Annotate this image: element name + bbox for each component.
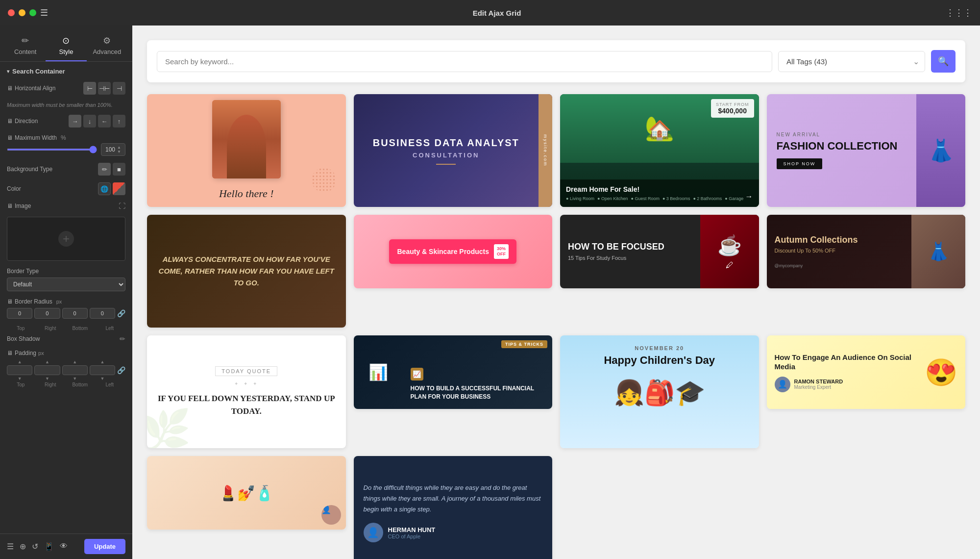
- direction-left-button[interactable]: ←: [98, 115, 111, 127]
- chevron-down-icon: ▾: [7, 69, 9, 74]
- feat-3: ● Guest Room: [631, 196, 659, 201]
- childrens-date: NOVEMBER 20: [570, 345, 749, 351]
- color-controls: 🌐: [98, 182, 125, 195]
- card-autumn-collections[interactable]: Autumn Collections Discount Up To 50% OF…: [767, 215, 966, 288]
- engage-title: How To Engage An Audience On Social Medi…: [775, 353, 919, 372]
- layers-icon[interactable]: ☰: [7, 542, 14, 551]
- direction-down-button[interactable]: ↓: [83, 115, 96, 127]
- card-how-focused[interactable]: HOW TO BE FOCUSED 15 Tips For Study Focu…: [560, 215, 759, 288]
- card-quote2[interactable]: Do the difficult things while they are e…: [354, 456, 553, 559]
- beauty-label-badge: Beauty & Skincare Products 30% OFF: [389, 239, 516, 264]
- card-engage-audience[interactable]: How To Engage An Audience On Social Medi…: [767, 335, 966, 409]
- eye-icon[interactable]: 👁: [60, 542, 68, 551]
- tab-advanced[interactable]: ⚙ Advanced: [87, 30, 127, 61]
- border-radius-right-input[interactable]: [34, 308, 60, 319]
- padding-top-down[interactable]: ▼: [18, 376, 22, 381]
- tag-select[interactable]: All Tags (43): [778, 51, 925, 72]
- padding-link-icon[interactable]: 🔗: [117, 366, 125, 374]
- box-shadow-row: Box Shadow ✏: [7, 335, 125, 343]
- card-dream-home[interactable]: 🏡 START FROM $400,000 Dream Home For Sal…: [560, 94, 759, 207]
- focused-title: HOW TO BE FOCUSED: [568, 242, 692, 252]
- border-type-select[interactable]: Default Solid Double Dotted Dashed Groov…: [7, 278, 125, 291]
- max-width-slider[interactable]: [7, 149, 97, 151]
- card-fashion-collection[interactable]: NEW ARRIVAL FASHION COLLECTION SHOP NOW …: [767, 94, 966, 207]
- corner-icon[interactable]: ⛶: [119, 202, 125, 210]
- bg-fill-button[interactable]: ■: [113, 163, 125, 176]
- childrens-emoji: 👧🎒🎓: [570, 379, 749, 407]
- padding-left-input[interactable]: [90, 365, 115, 375]
- image-upload-area[interactable]: +: [7, 217, 125, 261]
- max-width-input[interactable]: [103, 146, 117, 153]
- box-shadow-edit-icon[interactable]: ✏: [120, 335, 125, 343]
- padding-top-input[interactable]: [7, 365, 32, 375]
- hello-photo: [212, 100, 281, 178]
- engage-emoji: 😍: [925, 357, 957, 388]
- align-center-button[interactable]: ⊣⊢: [98, 82, 111, 95]
- focused-content: HOW TO BE FOCUSED 15 Tips For Study Focu…: [560, 215, 700, 288]
- card-motivate[interactable]: ALWAYS CONCENTRATE ON HOW FAR YOU'VE COM…: [147, 215, 346, 328]
- close-button[interactable]: [8, 9, 15, 16]
- quote2-author-role: CEO of Apple: [388, 534, 436, 539]
- search-button[interactable]: 🔍: [931, 50, 956, 73]
- padding-bottom-up[interactable]: ▲: [73, 359, 77, 364]
- grid-menu-icon[interactable]: ⋮⋮⋮: [946, 7, 972, 18]
- max-width-value: ▲ ▼: [101, 143, 125, 156]
- color-globe-button[interactable]: 🌐: [98, 182, 111, 195]
- color-clear-button[interactable]: [113, 182, 125, 195]
- padding-bottom-input[interactable]: [62, 365, 88, 375]
- card-makeup[interactable]: 💄💅🧴 👤: [147, 456, 346, 530]
- quote-text: IF YOU FELL DOWN YESTERDAY, STAND UP TOD…: [157, 392, 336, 417]
- arrow-right-icon: →: [745, 192, 753, 201]
- traffic-lights: [8, 9, 36, 16]
- border-radius-left-input[interactable]: [90, 308, 115, 319]
- card-business-analyst[interactable]: BUSINESS DATA ANALYST CONSULTATION mysit…: [354, 94, 553, 207]
- padding-right-input[interactable]: [34, 365, 60, 375]
- quote2-author: 👤 HERMAN HUNT CEO of Apple: [364, 523, 543, 542]
- border-type-label: Border Type: [7, 268, 125, 275]
- quote2-text: Do the difficult things while they are e…: [364, 483, 543, 515]
- minimize-button[interactable]: [19, 9, 25, 16]
- advanced-icon: ⚙: [103, 35, 111, 46]
- device-icon[interactable]: 📱: [44, 542, 54, 551]
- padding-bottom-down[interactable]: ▼: [73, 376, 77, 381]
- value-up-arrow[interactable]: ▲: [117, 145, 121, 150]
- value-down-arrow[interactable]: ▼: [117, 150, 121, 154]
- br-top-label: Top: [7, 326, 35, 331]
- price-start-label: START FROM: [716, 102, 749, 107]
- content-icon: ✏: [22, 35, 29, 46]
- focused-subtitle: 15 Tips For Study Focus: [568, 255, 692, 261]
- direction-right-button[interactable]: →: [69, 115, 81, 127]
- align-left-button[interactable]: ⊢: [83, 82, 96, 95]
- undo-icon[interactable]: ↺: [32, 542, 38, 551]
- card-childrens-day[interactable]: NOVEMBER 20 Happy Children's Day 👧🎒🎓: [560, 335, 759, 448]
- update-button[interactable]: Update: [84, 539, 125, 554]
- padding-right-up[interactable]: ▲: [45, 359, 49, 364]
- autumn-content: Autumn Collections Discount Up To 50% OF…: [767, 215, 912, 288]
- padding-label: 🖥 Padding px: [7, 350, 125, 356]
- padding-right-down[interactable]: ▼: [45, 376, 49, 381]
- section-header[interactable]: ▾ Search Container: [7, 68, 125, 75]
- align-right-button[interactable]: ⊣: [113, 82, 125, 95]
- card-today-quote[interactable]: Today Quote ✦ ✦ ✦ IF YOU FELL DOWN YESTE…: [147, 335, 346, 448]
- direction-up-button[interactable]: ↑: [113, 115, 125, 127]
- card-financial-plan[interactable]: TIPS & TRICKS 📊 📈 HOW TO BUILD A SUCCESS…: [354, 335, 553, 409]
- card-beauty-skincare[interactable]: Beauty & Skincare Products 30% OFF: [354, 215, 553, 288]
- border-radius-bottom-input[interactable]: [62, 308, 88, 319]
- card-hello-there[interactable]: Hello there !: [147, 94, 346, 207]
- add-layer-icon[interactable]: ⊕: [20, 542, 26, 551]
- tab-style[interactable]: ⊙ Style: [46, 30, 86, 61]
- padding-left-up[interactable]: ▲: [100, 359, 104, 364]
- search-input[interactable]: [157, 51, 772, 72]
- tab-content[interactable]: ✏ Content: [5, 30, 46, 61]
- fashion-shop-btn[interactable]: SHOP NOW: [777, 158, 823, 169]
- padding-left-down[interactable]: ▼: [100, 376, 104, 381]
- border-radius-top-input[interactable]: [7, 308, 32, 319]
- padding-top-up[interactable]: ▲: [18, 359, 22, 364]
- hamburger-menu-icon[interactable]: ☰: [40, 7, 48, 18]
- autumn-img: 👗: [911, 215, 965, 288]
- link-icon[interactable]: 🔗: [117, 309, 125, 317]
- bg-pencil-button[interactable]: ✏: [98, 163, 111, 176]
- engage-author-name: RAMON STEWARD: [794, 379, 843, 384]
- maximize-button[interactable]: [29, 9, 36, 16]
- monitor-icon-img: 🖥: [7, 203, 13, 209]
